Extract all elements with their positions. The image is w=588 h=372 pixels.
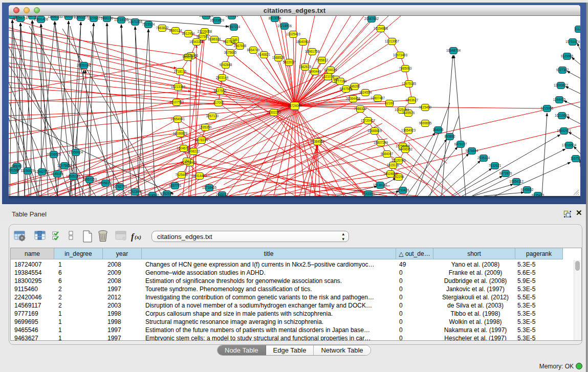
svg-text:9084067: 9084067	[381, 152, 394, 156]
svg-text:20206526: 20206526	[47, 152, 61, 156]
svg-text:12923446: 12923446	[128, 190, 143, 193]
svg-text:1615132: 1615132	[387, 163, 400, 167]
svg-text:10654112: 10654112	[509, 180, 524, 183]
svg-text:16648784: 16648784	[446, 49, 461, 52]
svg-text:10807487: 10807487	[371, 96, 385, 100]
svg-text:13325419: 13325419	[286, 32, 301, 36]
svg-text:10973493: 10973493	[393, 53, 408, 57]
svg-text:10975857: 10975857	[57, 164, 72, 167]
svg-text:10719155: 10719155	[114, 18, 129, 21]
svg-text:2867608: 2867608	[234, 44, 247, 48]
svg-text:9245652: 9245652	[521, 188, 534, 191]
svg-text:19384554: 19384554	[310, 140, 325, 143]
svg-text:7357224: 7357224	[228, 25, 241, 29]
svg-text:1527602: 1527602	[88, 16, 100, 20]
svg-text:3624554: 3624554	[359, 91, 372, 94]
svg-text:3675685: 3675685	[224, 51, 237, 54]
svg-text:16914479: 16914479	[192, 174, 207, 178]
svg-text:15751074: 15751074	[565, 40, 580, 43]
svg-text:16120746: 16120746	[391, 159, 406, 162]
svg-text:989619: 989619	[182, 55, 193, 59]
svg-text:391584: 391584	[9, 168, 19, 172]
svg-text:1588520: 1588520	[272, 56, 285, 59]
svg-text:12213369: 12213369	[171, 85, 186, 89]
svg-text:10958167: 10958167	[98, 181, 113, 185]
svg-text:9146821: 9146821	[258, 53, 271, 56]
svg-text:7632621: 7632621	[489, 164, 502, 167]
svg-text:8912954: 8912954	[182, 32, 195, 35]
svg-text:8143341: 8143341	[362, 192, 375, 195]
svg-text:11956106: 11956106	[48, 16, 62, 18]
svg-text:1244415: 1244415	[553, 98, 566, 101]
svg-text:7986322: 7986322	[354, 107, 367, 111]
svg-text:7649576: 7649576	[402, 111, 415, 115]
svg-text:16961758: 16961758	[305, 50, 320, 53]
svg-text:6794028: 6794028	[324, 68, 337, 72]
svg-text:8790225: 8790225	[226, 16, 238, 17]
svg-text:8678334: 8678334	[195, 138, 208, 142]
svg-text:8660124: 8660124	[169, 29, 182, 32]
svg-text:19166829: 19166829	[173, 132, 188, 135]
svg-text:2803144: 2803144	[216, 76, 229, 79]
svg-text:16210643: 16210643	[555, 114, 570, 117]
svg-text:417006: 417006	[213, 101, 224, 104]
svg-text:16782759: 16782759	[113, 185, 127, 188]
svg-text:5322037: 5322037	[283, 60, 296, 64]
svg-text:12213967: 12213967	[385, 39, 400, 43]
svg-text:20053346: 20053346	[77, 63, 92, 67]
svg-text:1362615: 1362615	[299, 65, 312, 69]
svg-text:16543362: 16543362	[189, 40, 204, 43]
svg-text:154: 154	[184, 159, 190, 163]
svg-text:13654923: 13654923	[401, 128, 416, 132]
svg-text:11124: 11124	[575, 27, 580, 31]
svg-text:9115460: 9115460	[419, 105, 432, 109]
svg-text:16107553: 16107553	[169, 100, 184, 104]
svg-text:8252516: 8252516	[161, 192, 173, 195]
svg-text:6497568: 6497568	[340, 87, 353, 91]
svg-text:23226058: 23226058	[198, 30, 212, 33]
svg-text:23302283: 23302283	[267, 111, 281, 114]
svg-text:116753: 116753	[571, 157, 580, 160]
svg-text:7515524: 7515524	[142, 23, 155, 26]
svg-text:12505135: 12505135	[66, 174, 81, 178]
svg-text:9474444: 9474444	[466, 149, 478, 152]
svg-text:2935114: 2935114	[477, 156, 490, 160]
svg-text:7485063: 7485063	[399, 67, 412, 70]
svg-text:62160: 62160	[385, 101, 394, 105]
svg-text:7625402: 7625402	[176, 173, 188, 177]
svg-text:1733426: 1733426	[397, 188, 409, 192]
svg-text:20691406: 20691406	[34, 17, 49, 21]
svg-text:10671355: 10671355	[128, 20, 143, 24]
svg-text:15720407: 15720407	[361, 119, 376, 122]
svg-text:17957253: 17957253	[82, 178, 97, 181]
svg-text:1535359: 1535359	[199, 125, 212, 129]
svg-text:12975185: 12975185	[402, 82, 417, 85]
svg-text:18640910: 18640910	[296, 40, 311, 43]
svg-text:164095: 164095	[432, 128, 444, 132]
svg-text:9699695: 9699695	[419, 121, 432, 125]
svg-text:9857791: 9857791	[169, 184, 182, 187]
svg-text:252254: 252254	[393, 175, 404, 179]
svg-text:3498222: 3498222	[187, 149, 200, 153]
svg-text:16721954: 16721954	[199, 16, 214, 17]
svg-text:835061: 835061	[11, 164, 23, 168]
svg-text:9327505: 9327505	[197, 35, 209, 38]
svg-text:893892: 893892	[444, 135, 455, 138]
svg-text:18807249: 18807249	[374, 141, 388, 144]
svg-text:8454749: 8454749	[247, 48, 260, 52]
svg-text:20587682: 20587682	[364, 17, 379, 20]
svg-text:11156829: 11156829	[20, 169, 35, 172]
svg-text:9463627: 9463627	[406, 98, 419, 102]
svg-text:17359924: 17359924	[69, 150, 83, 154]
svg-text:9227342: 9227342	[556, 68, 569, 72]
svg-text:18724007: 18724007	[288, 104, 302, 107]
svg-text:9777169: 9777169	[334, 79, 347, 83]
svg-text:8427552: 8427552	[214, 89, 227, 93]
svg-text:10653267: 10653267	[74, 16, 89, 19]
svg-text:15136141: 15136141	[373, 183, 388, 187]
svg-text:546: 546	[232, 38, 238, 41]
svg-text:2718176: 2718176	[174, 70, 187, 73]
svg-text:8813054: 8813054	[269, 16, 281, 20]
svg-text:12093872: 12093872	[554, 83, 569, 87]
svg-text:15716465: 15716465	[202, 186, 217, 189]
